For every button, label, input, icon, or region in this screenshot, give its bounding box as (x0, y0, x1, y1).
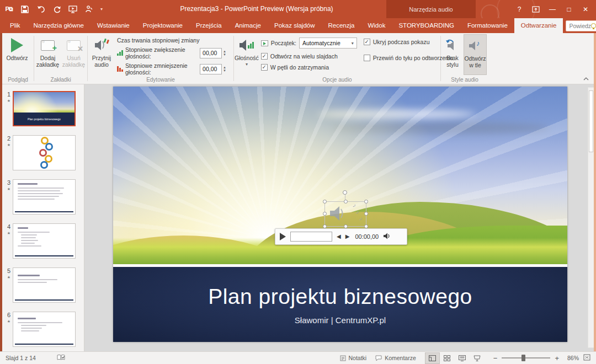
rotation-handle[interactable] (343, 190, 347, 195)
animation-star-icon[interactable]: ★ (7, 187, 10, 191)
player-volume-icon[interactable] (383, 232, 390, 242)
minimize-icon[interactable]: — (544, 0, 561, 18)
zoom-level[interactable]: 86% (563, 355, 579, 361)
collapse-ribbon-icon[interactable] (582, 76, 590, 82)
slide-subtitle[interactable]: Sławomir | CentrumXP.pl (295, 315, 386, 325)
animation-star-icon[interactable]: ★ (7, 143, 10, 147)
group-label-editing: Edytowanie (88, 77, 233, 83)
selection-handle[interactable] (364, 212, 368, 216)
selection-handle[interactable] (323, 200, 327, 204)
tell-me-box[interactable]: Powiedz (566, 20, 596, 31)
add-bookmark-button[interactable]: + Dodaj zakładkę (35, 34, 61, 75)
selection-handle[interactable] (344, 224, 348, 228)
audio-object[interactable]: ♪ ♪ ♪ (324, 191, 368, 228)
checkbox-loop-until-stopped[interactable]: W pętli do zatrzymania (261, 64, 357, 71)
tab-narzedzia-glowne[interactable]: Narzędzia główne (27, 18, 91, 33)
player-move-back-icon[interactable]: ◀ (337, 234, 341, 239)
animation-star-icon[interactable]: ★ (7, 99, 10, 103)
tab-przejscia[interactable]: Przejścia (189, 18, 228, 33)
tab-pokaz-slajdow[interactable]: Pokaz slajdów (268, 18, 322, 33)
selection-handle[interactable] (323, 224, 327, 228)
fade-out-value[interactable]: 00,00 (200, 64, 222, 74)
trim-audio-button[interactable]: Przytnij audio (88, 34, 115, 75)
volume-button[interactable]: Głośność ▾ (235, 34, 259, 75)
tab-animacje[interactable]: Animacje (228, 18, 268, 33)
no-style-button[interactable]: Brak stylu (441, 34, 464, 75)
fit-slide-to-window-icon[interactable] (583, 354, 590, 362)
ring-graphic (45, 143, 53, 151)
animation-star-icon[interactable]: ★ (7, 231, 10, 235)
contextual-tab-label: Narzędzia audio (409, 6, 453, 13)
tab-odtwarzanie[interactable]: Odtwarzanie (514, 18, 563, 33)
tab-widok[interactable]: Widok (361, 18, 392, 33)
svg-text:♪: ♪ (476, 39, 480, 47)
slide-sorter-view-button[interactable] (440, 352, 455, 364)
maximize-icon[interactable]: □ (561, 0, 577, 18)
fade-out-stepper[interactable]: 00,00 ▲▼ (200, 64, 226, 74)
slide-title[interactable]: Plan projektu biznesowego (208, 285, 472, 309)
checkbox-icon[interactable] (364, 55, 370, 61)
animation-star-icon[interactable]: ★ (7, 319, 10, 324)
scrollbar-thumb[interactable] (589, 90, 593, 152)
selection-handle[interactable] (364, 200, 368, 204)
thumbnail-row: 1 ★ Plan projektu biznesowego (0, 91, 84, 126)
fade-in-stepper[interactable]: 00,00 ▲▼ (200, 48, 226, 58)
tab-wstawianie[interactable]: Wstawianie (91, 18, 136, 33)
thumbnail-slide-4[interactable] (13, 223, 76, 259)
share-icon[interactable] (528, 0, 544, 18)
remove-bookmark-icon: ✕ (67, 40, 81, 51)
tab-plik[interactable]: Plik (3, 18, 27, 33)
slide-number: 3 (7, 179, 10, 186)
zoom-slider[interactable] (502, 357, 550, 358)
checkbox-rewind-after-playing[interactable]: Przewiń do tyłu po odtworzeniu (364, 55, 453, 61)
close-icon[interactable]: ✕ (577, 0, 594, 18)
comments-button[interactable]: Komentarze (375, 355, 416, 361)
checkbox-play-across-slides[interactable]: Odtwórz na wielu slajdach (261, 53, 357, 60)
slide-editor[interactable]: Plan projektu biznesowego Sławomir | Cen… (113, 87, 567, 342)
fade-in-value[interactable]: 00,00 (200, 48, 222, 58)
player-play-icon[interactable] (280, 233, 286, 240)
notes-button[interactable]: Notatki (340, 355, 367, 361)
tab-recenzja[interactable]: Recenzja (321, 18, 361, 33)
player-progress-bar[interactable] (290, 232, 332, 242)
fade-in-label: Stopniowe zwiększenie głośności: (125, 46, 198, 60)
spinner-arrows-icon[interactable]: ▲▼ (223, 50, 226, 56)
tab-projektowanie[interactable]: Projektowanie (136, 18, 189, 33)
animation-star-icon[interactable]: ★ (7, 275, 10, 280)
spinner-arrows-icon[interactable]: ▲▼ (223, 66, 226, 72)
checkbox-icon[interactable] (261, 64, 268, 71)
player-move-forward-icon[interactable]: ▶ (345, 234, 350, 239)
thumbnail-slide-6[interactable] (13, 312, 76, 347)
spellcheck-icon[interactable] (57, 354, 65, 362)
tab-storyboarding[interactable]: STORYBOARDING (392, 18, 461, 33)
reading-view-button[interactable] (455, 352, 470, 364)
selection-handle[interactable] (323, 212, 327, 216)
selection-handle[interactable] (364, 224, 368, 228)
group-label-preview: Podgląd (3, 77, 33, 83)
thumbnail-slide-3[interactable] (13, 179, 76, 215)
window-border (594, 33, 596, 364)
checkbox-icon[interactable] (261, 53, 268, 60)
play-in-background-button[interactable]: ♪ Odtwórz w tle (464, 34, 487, 75)
zoom-out-icon[interactable]: − (493, 355, 498, 362)
selection-handle[interactable] (344, 200, 348, 204)
tab-formatowanie[interactable]: Formatowanie (461, 18, 514, 33)
thumbnail-slide-1[interactable]: Plan projektu biznesowego (13, 91, 76, 126)
remove-bookmark-button[interactable]: ✕ Usuń zakładkę (61, 34, 87, 75)
play-icon (11, 38, 23, 52)
help-icon[interactable]: ? (511, 0, 528, 18)
play-preview-button[interactable]: Odtwórz (3, 34, 31, 75)
start-label: Początek: (271, 40, 296, 46)
checkbox-icon[interactable] (364, 39, 370, 45)
thumbnail-accent-bar (15, 344, 73, 345)
thumbnail-slide-5[interactable] (13, 267, 76, 303)
slideshow-view-button[interactable] (470, 352, 485, 364)
thumbnail-slide-2[interactable] (13, 135, 76, 170)
zoom-in-icon[interactable]: + (555, 355, 559, 362)
checkbox-hide-during-show[interactable]: Ukryj podczas pokazu (364, 39, 453, 45)
normal-view-button[interactable] (425, 352, 440, 364)
slide-number: 1 (7, 91, 10, 98)
zoom-slider-handle[interactable] (522, 355, 525, 361)
thumbnail-row: 5 ★ (0, 267, 84, 303)
start-dropdown[interactable]: Automatycznie ▾ (299, 38, 357, 49)
